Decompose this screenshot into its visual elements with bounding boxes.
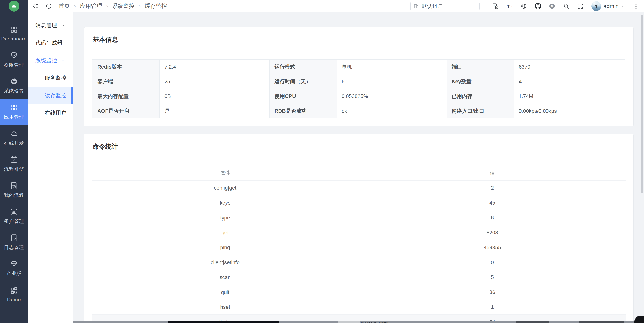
menu-item[interactable]: 系统监控 — [28, 52, 72, 69]
more-menu-button[interactable] — [633, 3, 639, 9]
command-value-cell: 6 — [359, 210, 626, 225]
sidebar-item[interactable]: 企业版 — [0, 255, 28, 281]
sidebar-item[interactable]: 系统设置 — [0, 73, 28, 99]
username: admin — [603, 3, 619, 9]
command-stats-card: 命令统计 属性 值 config|get 2 keys 45 type — [84, 134, 634, 323]
tenant-select[interactable]: 默认租户 — [410, 2, 480, 10]
user-menu[interactable]: admin — [592, 1, 625, 11]
frame-icon — [10, 208, 18, 216]
command-value-cell: 1 — [359, 300, 626, 315]
command-value-cell: 36 — [359, 285, 626, 300]
topbar-action-button[interactable]: A中 — [492, 3, 498, 9]
primary-sidebar: Dashboard 权限管理 系统设置 应用管理 在线开发 — [0, 0, 28, 323]
command-name-cell: keys — [92, 195, 359, 210]
topbar: 首页 应用管理 系统监控 缓存监控 默认租户 A中 — [28, 0, 644, 12]
info-label-cell: 网络入口/出口 — [447, 104, 514, 118]
sidebar-item[interactable]: Demo — [0, 281, 28, 307]
info-label-cell: RDB是否成功 — [270, 104, 337, 118]
menu-item[interactable]: 在线用户 — [28, 104, 72, 122]
info-label-cell: Redis版本 — [92, 60, 160, 74]
command-stats-table: 属性 值 config|get 2 keys 45 type 6 get — [92, 166, 626, 323]
info-label-cell: 端口 — [447, 60, 514, 74]
breadcrumb-item[interactable]: 首页 — [58, 2, 80, 10]
menu-item[interactable]: 缓存监控 — [28, 87, 72, 104]
topbar-action-button[interactable] — [563, 3, 570, 9]
topbar-action-button[interactable]: TT — [506, 3, 513, 9]
topbar-action-button[interactable]: G — [549, 3, 555, 9]
logo-mountain-icon — [8, 1, 20, 11]
svg-text:T: T — [510, 5, 512, 8]
chevron-down-icon — [60, 23, 65, 28]
column-header-value: 值 — [359, 166, 626, 181]
sidebar-item-label: 流程引擎 — [4, 166, 24, 172]
sidebar-item[interactable]: Dashboard — [0, 20, 28, 46]
sidebar-item-label: Dashboard — [1, 36, 27, 42]
sidebar-item-label: 租户管理 — [4, 218, 24, 225]
gitee-icon: G — [549, 3, 555, 9]
menu-item[interactable]: 代码生成器 — [28, 34, 72, 52]
bottom-bar-light-segment — [338, 321, 360, 323]
sidebar-item-label: 我的流程 — [4, 192, 24, 199]
info-value-cell: 0.00kps/0.00kps — [514, 104, 625, 118]
info-label-cell: 运行模式 — [270, 60, 337, 74]
sidebar-item[interactable]: 我的流程 — [0, 177, 28, 203]
info-label-cell: 使用CPU — [270, 89, 337, 104]
language-icon: A中 — [492, 3, 498, 9]
kebab-icon — [633, 3, 639, 9]
command-value-cell: 459355 — [359, 240, 626, 255]
sidebar-item-label: 应用管理 — [4, 114, 24, 120]
dashboard-grid-icon — [10, 25, 18, 34]
info-value-cell: 1.74M — [514, 89, 625, 104]
command-value-cell: 0 — [359, 255, 626, 270]
bottom-bar-fragment — [579, 321, 624, 323]
sidebar-item[interactable]: 日志管理 — [0, 229, 28, 255]
topbar-action-button[interactable] — [535, 3, 541, 9]
command-name-cell: config|get — [92, 181, 359, 195]
sidebar-items: Dashboard 权限管理 系统设置 应用管理 在线开发 — [0, 20, 28, 307]
info-value-cell: 7.2.4 — [160, 60, 270, 74]
app-logo[interactable] — [0, 0, 28, 12]
refresh-button[interactable] — [46, 3, 52, 9]
font-size-icon: TT — [506, 3, 513, 9]
doc-check-icon — [10, 234, 18, 242]
refresh-icon — [46, 3, 52, 9]
gem-icon — [10, 260, 18, 268]
vertical-scrollbar[interactable] — [641, 14, 644, 193]
breadcrumb-item[interactable]: 系统监控 — [112, 2, 145, 10]
globe-icon — [520, 3, 527, 9]
info-value-cell: 25 — [160, 74, 270, 89]
sidebar-item-label: 企业版 — [6, 270, 22, 277]
breadcrumb: 首页 应用管理 系统监控 缓存监控 — [58, 2, 167, 10]
command-name-cell: get — [92, 225, 359, 240]
sidebar-item[interactable]: 租户管理 — [0, 203, 28, 229]
sidebar-item[interactable]: 在线开发 — [0, 125, 28, 151]
sidebar-item[interactable]: 应用管理 — [0, 99, 28, 125]
clipped-bottom-bar: iconfont.woff2 — [73, 321, 644, 323]
menu-item[interactable]: 消息管理 — [28, 17, 72, 34]
command-name-cell: type — [92, 210, 359, 225]
basic-info-title: 基本信息 — [84, 27, 633, 52]
basic-info-table: Redis版本 7.2.4 运行模式 单机 端口 6379 客户端 25 — [92, 59, 625, 118]
info-value-cell: 4 — [514, 74, 625, 89]
collapse-menu-button[interactable] — [32, 3, 39, 9]
info-value-cell: ok — [337, 104, 447, 118]
info-label-cell: Key数量 — [447, 74, 514, 89]
info-value-cell: 单机 — [337, 60, 447, 74]
info-value-cell: 6379 — [514, 60, 625, 74]
menu-item-label: 在线用户 — [45, 109, 66, 117]
info-value-cell: 是 — [160, 104, 270, 118]
topbar-action-button[interactable] — [520, 3, 527, 9]
main-content: 基本信息 Redis版本 7.2.4 运行模式 单机 端口 6379 — [73, 12, 644, 323]
menu-item-label: 系统监控 — [36, 57, 57, 64]
menu-item[interactable]: 服务监控 — [28, 69, 72, 87]
breadcrumb-item[interactable]: 缓存监控 — [145, 2, 167, 10]
menu-item-label: 代码生成器 — [36, 39, 62, 47]
shield-check-icon — [10, 51, 18, 59]
breadcrumb-item[interactable]: 应用管理 — [80, 2, 112, 10]
command-value-cell: 2 — [359, 181, 626, 195]
info-label-cell: 客户端 — [92, 74, 160, 89]
sidebar-item[interactable]: 权限管理 — [0, 46, 28, 73]
sidebar-item[interactable]: 流程引擎 — [0, 151, 28, 177]
topbar-action-button[interactable] — [577, 3, 584, 9]
command-name-cell: hset — [92, 300, 359, 315]
